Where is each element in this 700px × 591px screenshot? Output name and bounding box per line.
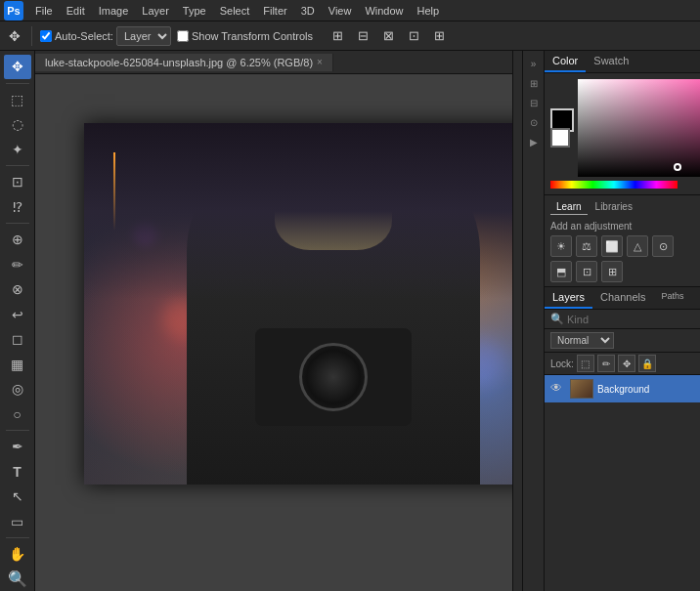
color-picker-dot <box>674 163 681 171</box>
vertical-scroll[interactable] <box>512 51 522 591</box>
dodge-tool[interactable]: ○ <box>4 402 31 427</box>
move-tool-icon: ✥ <box>6 27 23 45</box>
libraries-tab[interactable]: Libraries <box>590 199 638 215</box>
menu-filter[interactable]: Filter <box>257 3 292 19</box>
tool-separator-4 <box>6 430 29 431</box>
tool-separator-1 <box>6 83 29 84</box>
paths-tab[interactable]: Paths <box>654 287 692 309</box>
pen-tool[interactable]: ✒ <box>4 435 31 459</box>
panel-btn-2[interactable]: ⊟ <box>525 94 543 111</box>
add-adjustment-label: Add an adjustment <box>550 221 694 232</box>
menu-select[interactable]: Select <box>214 3 256 19</box>
fg-bg-swatches <box>550 79 694 177</box>
panel-expand-btn[interactable]: » <box>525 55 543 72</box>
show-transform-input[interactable] <box>177 30 189 42</box>
magic-wand-tool[interactable]: ✦ <box>4 137 31 161</box>
swatch-tab[interactable]: Swatch <box>586 51 636 72</box>
background-color[interactable] <box>550 128 570 148</box>
arrange-btn[interactable]: ⊞ <box>428 25 450 47</box>
menu-bar: Ps File Edit Image Layer Type Select Fil… <box>0 0 700 21</box>
marquee-tool[interactable]: ⬚ <box>4 87 31 111</box>
levels-adjustment[interactable]: ⬜ <box>601 235 623 257</box>
align-center-btn[interactable]: ⊟ <box>352 25 373 47</box>
clone-stamp-tool[interactable]: ⊗ <box>4 277 31 302</box>
layer-thumbnail <box>570 379 593 399</box>
document-tab[interactable]: luke-stackpoole-625084-unsplash.jpg @ 6.… <box>35 54 333 71</box>
layer-select[interactable]: Layer <box>116 26 171 46</box>
tab-close-btn[interactable]: × <box>317 57 323 67</box>
menu-edit[interactable]: Edit <box>61 3 91 19</box>
hue-slider[interactable] <box>550 181 678 189</box>
panel-btn-1[interactable]: ⊞ <box>525 74 543 92</box>
camera-lens <box>299 343 368 411</box>
brightness-adjustment[interactable]: ☀ <box>550 235 572 257</box>
adjustments-panel: Learn Libraries Add an adjustment ☀ ⚖ ⬜ … <box>545 195 700 287</box>
tab-filename: luke-stackpoole-625084-unsplash.jpg @ 6.… <box>45 57 313 68</box>
panel-btn-4[interactable]: ▶ <box>525 133 543 150</box>
canvas-inner[interactable] <box>35 74 512 591</box>
history-brush-tool[interactable]: ↩ <box>4 302 31 326</box>
gradient-tool[interactable]: ▦ <box>4 352 31 376</box>
menu-3d[interactable]: 3D <box>295 3 321 19</box>
layers-search-input[interactable] <box>567 314 700 325</box>
layers-search-bar: 🔍 <box>545 310 700 329</box>
brush-tool[interactable]: ✏ <box>4 252 31 276</box>
color-panel: Color Swatch <box>545 51 700 195</box>
lock-image-btn[interactable]: ✏ <box>597 355 615 372</box>
color-tab[interactable]: Color <box>545 51 586 72</box>
menu-window[interactable]: Window <box>359 3 409 19</box>
auto-select-checkbox[interactable]: Auto-Select: Layer <box>40 26 171 46</box>
auto-select-input[interactable] <box>40 30 52 42</box>
color-balance-adj[interactable]: ⊙ <box>652 235 674 257</box>
curves-adjustment[interactable]: ⚖ <box>576 235 597 257</box>
shape-tool[interactable]: ▭ <box>4 510 31 534</box>
distribute-btn[interactable]: ⊡ <box>403 25 424 47</box>
threshold-adj[interactable]: ⊞ <box>601 261 623 282</box>
color-gradient-picker[interactable] <box>578 79 700 177</box>
hand-tool[interactable]: ✋ <box>4 542 31 567</box>
search-icon: 🔍 <box>550 313 564 325</box>
menu-layer[interactable]: Layer <box>136 3 175 19</box>
layers-tab[interactable]: Layers <box>545 287 592 309</box>
lock-position-btn[interactable]: ✥ <box>618 355 635 372</box>
panel-btn-3[interactable]: ⊙ <box>525 113 543 131</box>
zoom-tool[interactable]: 🔍 <box>4 567 31 591</box>
lasso-tool[interactable]: ◌ <box>4 112 31 137</box>
eyedropper-tool[interactable]: ⁉ <box>4 194 31 219</box>
blur-tool[interactable]: ◎ <box>4 377 31 401</box>
menu-image[interactable]: Image <box>93 3 135 19</box>
healing-brush-tool[interactable]: ⊕ <box>4 228 31 252</box>
type-tool[interactable]: T <box>4 459 31 484</box>
hsl-adjustment[interactable]: △ <box>627 235 648 257</box>
street-bg <box>84 123 512 299</box>
layer-visibility-icon[interactable]: 👁 <box>550 381 566 397</box>
invert-adj[interactable]: ⊡ <box>576 261 597 282</box>
lock-all-btn[interactable]: 🔒 <box>638 355 656 372</box>
photo-container <box>84 123 512 485</box>
layers-blend-options: Normal <box>545 329 700 353</box>
menu-help[interactable]: Help <box>412 3 446 19</box>
lock-row: Lock: ⬚ ✏ ✥ 🔒 <box>545 353 700 375</box>
canvas-area: luke-stackpoole-625084-unsplash.jpg @ 6.… <box>35 51 512 591</box>
menu-type[interactable]: Type <box>177 3 212 19</box>
learn-tab[interactable]: Learn <box>550 199 588 215</box>
camera <box>255 328 412 426</box>
align-right-btn[interactable]: ⊠ <box>377 25 399 47</box>
options-bar: ✥ Auto-Select: Layer Show Transform Cont… <box>0 21 700 51</box>
align-left-btn[interactable]: ⊞ <box>327 25 348 47</box>
blend-mode-select[interactable]: Normal <box>550 332 614 349</box>
move-tool[interactable]: ✥ <box>4 55 31 79</box>
tab-bar: luke-stackpoole-625084-unsplash.jpg @ 6.… <box>35 51 512 74</box>
crop-tool[interactable]: ⊡ <box>4 170 31 194</box>
menu-view[interactable]: View <box>323 3 358 19</box>
eraser-tool[interactable]: ◻ <box>4 327 31 352</box>
show-transform-checkbox[interactable]: Show Transform Controls <box>177 30 313 42</box>
layer-item[interactable]: 👁 Background <box>545 375 700 402</box>
color-picker-area <box>545 73 700 194</box>
adjustments-tabs: Learn Libraries <box>550 199 694 215</box>
path-selection-tool[interactable]: ↖ <box>4 485 31 509</box>
menu-file[interactable]: File <box>29 3 59 19</box>
channels-tab[interactable]: Channels <box>592 287 653 309</box>
gradient-map-adj[interactable]: ⬒ <box>550 261 572 282</box>
lock-transparent-btn[interactable]: ⬚ <box>577 355 594 372</box>
